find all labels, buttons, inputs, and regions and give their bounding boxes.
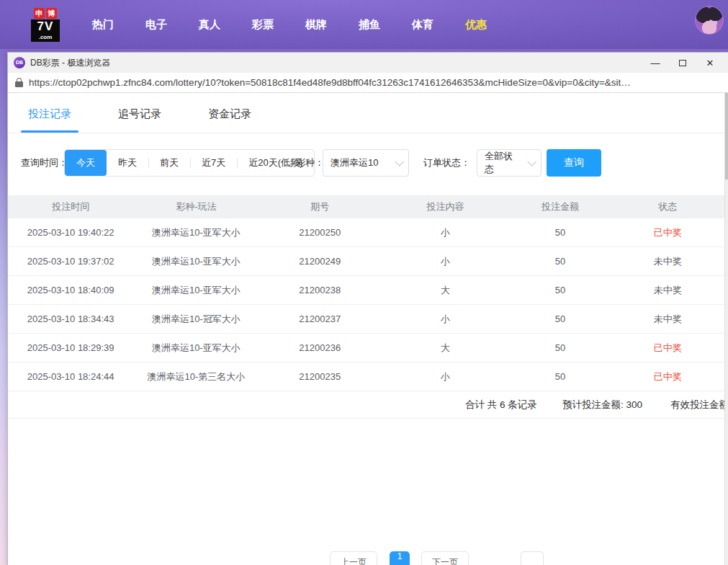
cell-issue: 21200235 [259, 371, 381, 382]
logo-badge-shen: 申 [34, 8, 45, 19]
pagination: 上一页 1 下一页 [8, 551, 728, 565]
time-option-day-before[interactable]: 前天 [148, 150, 190, 176]
cell-status: 未中奖 [611, 284, 725, 297]
table-row: 2025-03-10 18:40:09 澳洲幸运10-亚军大小 21200238… [8, 276, 725, 305]
prev-page-button[interactable]: 上一页 [330, 551, 377, 565]
nav-item-slots[interactable]: 电子 [130, 11, 183, 39]
order-status-value: 全部状态 [485, 150, 521, 176]
cell-status: 已中奖 [611, 226, 725, 239]
logo-suffix-text: .com [31, 34, 60, 42]
window-controls: — ✕ [644, 55, 721, 71]
cell-game: 澳洲幸运10-第三名大小 [133, 370, 259, 383]
nav-item-promo[interactable]: 优惠 [449, 11, 503, 39]
chevron-down-icon [395, 157, 404, 166]
site-logo[interactable]: 申 博 7V .com [27, 8, 63, 42]
query-button[interactable]: 查询 [547, 149, 601, 177]
cell-status: 未中奖 [611, 313, 725, 326]
cell-amount: 50 [510, 227, 610, 238]
window-titlebar[interactable]: DB DB彩票 - 极速浏览器 — ✕ [8, 53, 728, 73]
main-nav-items: 热门 电子 真人 彩票 棋牌 捕鱼 体育 优惠 [76, 11, 503, 39]
scrollbar-track[interactable] [724, 93, 728, 565]
cell-game: 澳洲幸运10-冠军大小 [133, 313, 259, 326]
cell-content: 大 [381, 342, 510, 355]
lock-icon [15, 78, 23, 87]
cell-status: 未中奖 [611, 255, 725, 268]
chevron-down-icon [527, 157, 536, 166]
col-header-amount: 投注金额 [510, 200, 610, 213]
table-row: 2025-03-10 18:29:39 澳洲幸运10-亚军大小 21200236… [8, 334, 725, 362]
filter-bar: 查询时间： 今天 昨天 前天 近7天 近20天(低频) 彩种： 澳洲幸运10 订… [8, 148, 728, 177]
tab-bet-records[interactable]: 投注记录 [21, 107, 78, 133]
cell-time: 2025-03-10 18:40:09 [8, 285, 133, 295]
window-title: DB彩票 - 极速浏览器 [30, 57, 644, 69]
cell-status: 已中奖 [611, 342, 725, 355]
table-row: 2025-03-10 19:37:02 澳洲幸运10-亚军大小 21200249… [8, 247, 725, 276]
time-option-7days[interactable]: 近7天 [190, 150, 237, 176]
scrollbar-thumb[interactable] [725, 93, 728, 179]
url-bar[interactable]: https://ctop02pchwp1.zfnc84.com/lottery/… [8, 73, 728, 93]
cell-issue: 21200238 [259, 285, 381, 295]
minimize-button[interactable]: — [644, 55, 666, 71]
query-time-label: 查询时间： [21, 156, 68, 169]
order-status-label: 订单状态： [423, 156, 470, 169]
lottery-type-select[interactable]: 澳洲幸运10 [323, 149, 409, 177]
logo-main-text: 7V [31, 19, 60, 34]
col-header-game: 彩种-玩法 [133, 200, 259, 213]
table-row: 2025-03-10 18:34:43 澳洲幸运10-冠军大小 21200237… [8, 305, 725, 334]
browser-window: DB DB彩票 - 极速浏览器 — ✕ https://ctop02pchwp1… [7, 52, 728, 565]
app-icon: DB [14, 57, 25, 68]
time-option-today[interactable]: 今天 [65, 150, 107, 176]
table-row: 2025-03-10 19:40:22 澳洲幸运10-亚军大小 21200250… [8, 218, 725, 247]
logo-badge-bo: 博 [46, 8, 57, 19]
table-summary-row: 合计 共 6 条记录 预计投注金额: 300 有效投注金额 [8, 391, 725, 419]
col-header-status: 状态 [611, 200, 725, 213]
cell-content: 小 [381, 226, 510, 239]
nav-item-fishing[interactable]: 捕鱼 [343, 11, 396, 39]
record-tabs: 投注记录 追号记录 资金记录 [8, 93, 728, 133]
cell-amount: 50 [510, 285, 610, 295]
lottery-type-label: 彩种： [296, 156, 324, 169]
maximize-icon [679, 60, 686, 66]
current-page-button[interactable]: 1 [390, 551, 410, 565]
nav-item-hot[interactable]: 热门 [76, 11, 130, 39]
time-range-group: 今天 昨天 前天 近7天 近20天(低频) [64, 149, 315, 177]
cell-amount: 50 [510, 342, 610, 353]
cell-amount: 50 [510, 313, 610, 324]
cell-time: 2025-03-10 19:37:02 [8, 256, 133, 267]
nav-item-lottery[interactable]: 彩票 [236, 11, 289, 39]
summary-valid-amount: 有效投注金额 [670, 399, 728, 411]
cell-amount: 50 [510, 256, 610, 267]
time-option-yesterday[interactable]: 昨天 [107, 150, 148, 176]
tab-fund-records[interactable]: 资金记录 [201, 107, 259, 133]
cell-time: 2025-03-10 19:40:22 [8, 227, 133, 238]
page-jump-input[interactable] [521, 551, 544, 565]
close-button[interactable]: ✕ [699, 55, 721, 71]
next-page-button[interactable]: 下一页 [421, 551, 469, 565]
cell-time: 2025-03-10 18:34:43 [8, 313, 133, 324]
user-avatar[interactable] [695, 6, 724, 35]
cell-status: 已中奖 [611, 370, 725, 383]
nav-item-sports[interactable]: 体育 [396, 11, 449, 39]
cell-game: 澳洲幸运10-亚军大小 [133, 284, 259, 297]
maximize-button[interactable] [672, 55, 693, 71]
col-header-content: 投注内容 [381, 200, 510, 213]
nav-item-chess[interactable]: 棋牌 [289, 11, 343, 39]
tab-chase-records[interactable]: 追号记录 [111, 107, 168, 133]
col-header-time: 投注时间 [8, 200, 133, 213]
col-header-issue: 期号 [259, 200, 381, 213]
table-row: 2025-03-10 18:24:44 澳洲幸运10-第三名大小 2120023… [8, 362, 725, 391]
bet-records-table: 投注时间 彩种-玩法 期号 投注内容 投注金额 状态 2025-03-10 19… [8, 195, 725, 419]
cell-issue: 21200250 [259, 227, 381, 238]
summary-total-count: 合计 共 6 条记录 [465, 399, 537, 411]
cell-game: 澳洲幸运10-亚军大小 [133, 226, 259, 239]
order-status-select[interactable]: 全部状态 [477, 149, 541, 177]
cell-time: 2025-03-10 18:24:44 [8, 371, 133, 382]
cell-game: 澳洲幸运10-亚军大小 [133, 342, 259, 355]
cell-time: 2025-03-10 18:29:39 [8, 342, 133, 353]
cell-issue: 21200237 [259, 313, 381, 324]
nav-item-live[interactable]: 真人 [183, 11, 236, 39]
summary-expected-amount: 预计投注金额: 300 [562, 399, 642, 411]
url-text[interactable]: https://ctop02pchwp1.zfnc84.com/lottery/… [29, 77, 631, 88]
top-nav-bar: 申 博 7V .com 热门 电子 真人 彩票 棋牌 捕鱼 体育 优惠 [0, 0, 728, 49]
cell-content: 大 [381, 284, 510, 297]
